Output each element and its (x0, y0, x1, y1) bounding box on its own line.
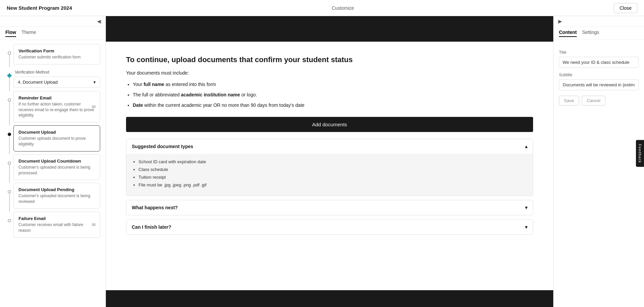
suggested-doc-3: Tuition receipt (138, 175, 526, 180)
center-preview: To continue, upload documents that confi… (106, 16, 553, 307)
dropdown-value: 4. Document Upload (18, 80, 58, 85)
sidebar-flow: Verification Form Customer submits verif… (0, 40, 106, 307)
requirement-3: Date within the current academic year OR… (133, 102, 533, 109)
flow-item-title: Verification Form (18, 48, 95, 53)
flow-item-countdown[interactable]: Document Upload Countdown Customer's upl… (13, 154, 100, 180)
flow-item-desc-doc-upload: Customer uploads document to prove eligi… (18, 136, 95, 147)
flow-item-title-pending: Document Upload Pending (18, 187, 95, 192)
title-input[interactable] (559, 57, 639, 68)
connector-3 (9, 102, 10, 125)
accordion-suggested-docs: Suggested document types ▴ School ID car… (126, 139, 533, 196)
flow-row-reminder-email: Reminder Email If no further action take… (5, 91, 100, 125)
node-line-countdown (5, 154, 13, 183)
flow-item-reminder-email[interactable]: Reminder Email If no further action take… (13, 91, 100, 123)
flow-item-title-doc-upload: Document Upload (18, 130, 95, 135)
sidebar-tabs: Flow Theme (0, 27, 106, 40)
flow-item-desc-countdown: Customer's uploaded document is being pr… (18, 165, 95, 176)
node-line-pending (5, 183, 13, 212)
feedback-label: Feedback (638, 144, 642, 163)
cancel-button[interactable]: Cancel (582, 96, 605, 105)
node-content-failure-email: Failure Email Customer receives email wi… (13, 212, 100, 240)
tab-content[interactable]: Content (559, 30, 577, 37)
suggested-docs-list: School ID card with expiration date Clas… (138, 159, 526, 187)
flow-item-verification-form[interactable]: Verification Form Customer submits verif… (13, 44, 100, 64)
accordion-body-suggested: School ID card with expiration date Clas… (126, 154, 533, 195)
title-field-label: Title (559, 50, 639, 55)
sidebar-collapse-button[interactable]: ◀| (0, 16, 106, 27)
right-panel-body: Title Subtitle Save Cancel (554, 40, 644, 307)
flow-item-failure-email[interactable]: Failure Email Customer receives email wi… (13, 212, 100, 238)
chevron-down-icon-2: ▾ (525, 205, 527, 210)
accordion-title-suggested: Suggested document types (132, 144, 193, 149)
flow-row-pending: Document Upload Pending Customer's uploa… (5, 183, 100, 212)
node-content-pending: Document Upload Pending Customer's uploa… (13, 183, 100, 212)
left-sidebar: ◀| Flow Theme Verification Form Customer… (0, 16, 106, 307)
flow-item-desc-reminder: If no further action taken, customer rec… (18, 101, 95, 118)
add-documents-button[interactable]: Add documents (126, 117, 533, 132)
requirement-1: Your full name as entered into this form (133, 81, 533, 88)
flow-row-countdown: Document Upload Countdown Customer's upl… (5, 154, 100, 183)
preview-subtitle: Your documents must include: (126, 70, 533, 76)
node-dot-document-upload (8, 133, 11, 136)
preview-main-title: To continue, upload documents that confi… (126, 55, 533, 65)
accordion-title-what-next: What happens next? (132, 205, 178, 210)
node-line-reminder-email (5, 91, 13, 125)
requirement-2: The full or abbreviated academic institu… (133, 91, 533, 98)
node-line-verification-form (5, 44, 13, 67)
preview-bottom-bar (106, 290, 553, 307)
feedback-tab[interactable]: Feedback (636, 140, 644, 167)
suggested-doc-1: School ID card with expiration date (138, 159, 526, 164)
connector-6 (9, 193, 10, 212)
node-content-countdown: Document Upload Countdown Customer's upl… (13, 154, 100, 183)
right-panel: |▶ Content Settings Title Subtitle Save … (553, 16, 644, 307)
accordion-header-what-next[interactable]: What happens next? ▾ (126, 200, 533, 215)
close-button[interactable]: Close (614, 3, 637, 13)
subtitle-field-label: Subtitle (559, 73, 639, 77)
node-content-reminder-email: Reminder Email If no further action take… (13, 91, 100, 125)
node-dot-verification-form (8, 51, 11, 55)
chevron-down-icon-3: ▾ (525, 224, 527, 230)
flow-item-document-upload[interactable]: Document Upload Customer uploads documen… (13, 125, 100, 151)
node-dot-countdown (8, 162, 11, 165)
accordion-finish-later: Can I finish later? ▾ (126, 219, 533, 235)
right-panel-tabs: Content Settings (554, 27, 644, 40)
preview-requirements-list: Your full name as entered into this form… (133, 81, 533, 109)
verification-method-label: Verification Method (15, 70, 100, 75)
accordion-header-finish-later[interactable]: Can I finish later? ▾ (126, 220, 533, 234)
flow-row-document-upload: Document Upload Customer uploads documen… (5, 125, 100, 154)
node-line-document-upload (5, 125, 13, 154)
tab-theme[interactable]: Theme (22, 30, 36, 37)
right-panel-actions: Save Cancel (559, 96, 639, 105)
connector-4 (9, 136, 10, 154)
node-line-failure-email (5, 212, 13, 240)
subtitle-input[interactable] (559, 79, 639, 90)
chevron-up-icon: ▴ (525, 144, 527, 149)
flow-item-desc: Customer submits verification form (18, 54, 95, 60)
suggested-doc-2: Class schedule (138, 167, 526, 172)
flow-row-verification-form: Verification Form Customer submits verif… (5, 44, 100, 67)
flow-item-pending[interactable]: Document Upload Pending Customer's uploa… (13, 183, 100, 209)
accordion-what-happens-next: What happens next? ▾ (126, 200, 533, 215)
tab-flow[interactable]: Flow (5, 30, 16, 37)
flow-row-failure-email: Failure Email Customer receives email wi… (5, 212, 100, 240)
customize-label: Customize (332, 5, 354, 11)
collapse-right-icon: |▶ (558, 19, 562, 24)
preview-content: To continue, upload documents that confi… (106, 42, 553, 290)
document-upload-dropdown[interactable]: 4. Document Upload ▾ (13, 77, 100, 88)
flow-row-verification-method: Verification Method 4. Document Upload ▾ (5, 67, 100, 91)
email-icon-failure: ✉ (92, 222, 96, 227)
accordion-title-finish-later: Can I finish later? (132, 224, 171, 230)
save-button[interactable]: Save (559, 96, 579, 105)
suggested-doc-4: File must be .jpg .jpeg .png .pdf .gif (138, 182, 526, 187)
accordion-header-suggested[interactable]: Suggested document types ▴ (126, 139, 533, 154)
email-icon: ✉ (92, 104, 96, 109)
tab-settings[interactable]: Settings (582, 30, 599, 37)
node-dot-pending (8, 190, 11, 193)
node-content-method: Verification Method 4. Document Upload ▾ (13, 67, 100, 91)
top-bar: New Student Program 2024 Customize Close (0, 0, 644, 16)
node-content-document-upload: Document Upload Customer uploads documen… (13, 125, 100, 154)
right-panel-collapse-button[interactable]: |▶ (554, 16, 644, 27)
flow-item-desc-failure-email: Customer receives email with failure rea… (18, 222, 95, 233)
flow-item-title-failure-email: Failure Email (18, 216, 95, 221)
chevron-down-icon: ▾ (93, 80, 96, 85)
